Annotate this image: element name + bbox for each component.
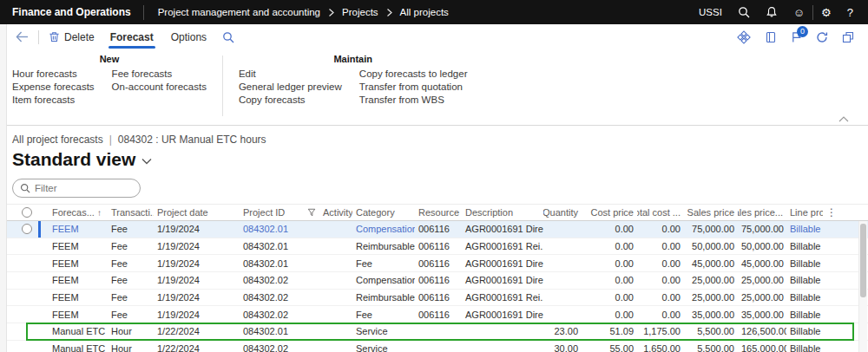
cell-date[interactable]: 1/19/2024 — [154, 292, 240, 303]
ribbon-item[interactable]: Item forecasts — [12, 95, 95, 105]
settings-button[interactable]: ⚙ — [813, 0, 839, 24]
table-row[interactable]: FEEMFee1/19/2024084302.01Compensation006… — [0, 221, 868, 238]
cell-category[interactable]: Service — [352, 343, 415, 352]
cell-totalCost[interactable]: 0.00 — [637, 224, 684, 234]
cell-quantity[interactable]: 30.00 — [543, 343, 582, 352]
cell-lineProp[interactable]: Billable — [786, 343, 823, 352]
cell-transaction[interactable]: Fee — [108, 224, 154, 234]
cell-resource[interactable]: 006116 — [415, 241, 462, 251]
cell-salesPrice2[interactable]: 25,000.00 — [738, 292, 786, 303]
column-header-lineProp[interactable]: Line prop — [786, 207, 823, 218]
cell-date[interactable]: 1/19/2024 — [154, 310, 240, 320]
column-header-costPrice[interactable]: Cost price — [582, 207, 637, 218]
cell-transaction[interactable]: Fee — [108, 241, 154, 251]
cell-costPrice[interactable]: 51.09 — [582, 326, 637, 336]
cell-description[interactable]: AGR0001691 Dire... — [462, 310, 543, 320]
column-header-transaction[interactable]: Transacti... — [108, 207, 154, 218]
cell-lineProp[interactable]: Billable — [786, 224, 823, 234]
view-name[interactable]: Standard view — [12, 149, 135, 170]
tab-forecast[interactable]: Forecast — [102, 24, 162, 49]
cell-description[interactable]: AGR0001691 Dire... — [462, 258, 543, 269]
row-selector-radio[interactable] — [22, 224, 32, 234]
cell-salesPrice2[interactable]: 75,000.00 — [738, 224, 786, 234]
cell-projectId[interactable]: 084302.02 — [240, 310, 319, 320]
cell-totalCost[interactable]: 0.00 — [637, 258, 684, 269]
breadcrumb-item[interactable]: Projects — [342, 7, 378, 17]
table-row[interactable]: Manual ETCHour1/22/2024084302.01Service2… — [0, 323, 868, 341]
table-row[interactable]: FEEMFee1/19/2024084302.02Compensation006… — [0, 272, 868, 290]
table-row[interactable]: FEEMFee1/19/2024084302.02Fee006116AGR000… — [0, 306, 868, 323]
cell-description[interactable]: AGR0001691 Dire... — [462, 275, 543, 285]
cell-totalCost[interactable]: 0.00 — [637, 310, 684, 320]
cell-costPrice[interactable]: 0.00 — [582, 258, 637, 269]
ribbon-item[interactable]: Fee forecasts — [112, 68, 207, 79]
cell-resource[interactable]: 006116 — [415, 224, 462, 234]
column-header-activity[interactable]: Activity ... — [319, 207, 352, 218]
cell-description[interactable]: AGR0001691 Rei... — [462, 241, 543, 251]
cell-resource[interactable]: 006116 — [415, 292, 462, 303]
cell-projectId[interactable]: 084302.02 — [240, 275, 319, 285]
cell-lineProp[interactable]: Billable — [786, 241, 823, 251]
cell-forecast[interactable]: Manual ETC — [49, 343, 108, 352]
tab-options[interactable]: Options — [162, 24, 215, 49]
chevron-down-icon[interactable] — [141, 158, 152, 165]
cell-salesPrice[interactable]: 35,000.00 — [684, 310, 738, 320]
column-header-resource[interactable]: Resource — [415, 207, 462, 218]
cell-salesPrice2[interactable]: 165,000.00 — [738, 343, 786, 352]
cell-totalCost[interactable]: 0.00 — [637, 275, 684, 285]
ribbon-collapse-button[interactable] — [838, 116, 849, 122]
select-all-radio[interactable] — [22, 207, 32, 218]
app-title[interactable]: Finance and Operations — [0, 6, 143, 18]
cell-date[interactable]: 1/19/2024 — [154, 224, 240, 234]
cell-forecast[interactable]: FEEM — [49, 241, 108, 251]
table-row[interactable]: FEEMFee1/19/2024084302.01Fee006116AGR000… — [0, 255, 868, 272]
cell-forecast[interactable]: Manual ETC — [49, 326, 108, 336]
cell-transaction[interactable]: Fee — [108, 275, 154, 285]
notifications-button[interactable] — [758, 0, 786, 24]
cell-forecast[interactable]: FEEM — [49, 258, 108, 269]
cell-transaction[interactable]: Fee — [108, 292, 154, 303]
ribbon-item[interactable]: Hour forecasts — [12, 68, 95, 79]
cell-date[interactable]: 1/22/2024 — [154, 343, 240, 352]
ribbon-item[interactable]: Copy forecasts — [239, 95, 342, 105]
cell-salesPrice2[interactable]: 126,500.00 — [738, 326, 786, 336]
table-row[interactable]: FEEMFee1/19/2024084302.02Reimbursables00… — [0, 290, 868, 307]
back-button[interactable] — [9, 24, 36, 49]
cell-salesPrice2[interactable]: 25,000.00 — [738, 275, 786, 285]
cell-category[interactable]: Fee — [352, 258, 415, 269]
breadcrumb-item[interactable]: All projects — [400, 7, 449, 17]
column-options-button[interactable]: ⋮ — [823, 206, 835, 218]
cell-costPrice[interactable]: 0.00 — [582, 275, 637, 285]
cell-projectId[interactable]: 084302.01 — [240, 241, 319, 251]
delete-button[interactable]: Delete — [42, 24, 102, 49]
column-header-totalCost[interactable]: Total cost ... — [637, 207, 684, 218]
cell-lineProp[interactable]: Billable — [786, 292, 823, 303]
cell-category[interactable]: Compensation — [352, 224, 415, 234]
ribbon-item[interactable]: General ledger preview — [239, 81, 342, 92]
column-header-salesPrice2[interactable]: Sales price... — [738, 207, 786, 218]
filter-input[interactable] — [35, 183, 133, 193]
cell-transaction[interactable]: Fee — [108, 310, 154, 320]
column-header-forecast[interactable]: Forecas...↑ — [49, 207, 108, 218]
cell-projectId[interactable]: 084302.01 — [240, 326, 319, 336]
cell-category[interactable]: Compensation — [352, 275, 415, 285]
cell-projectId[interactable]: 084302.02 — [240, 343, 319, 352]
table-row[interactable]: Manual ETCHour1/22/2024084302.02Service3… — [0, 341, 868, 352]
cell-resource[interactable]: 006116 — [415, 258, 462, 269]
cell-costPrice[interactable]: 0.00 — [582, 292, 637, 303]
cell-date[interactable]: 1/19/2024 — [154, 241, 240, 251]
cell-projectId[interactable]: 084302.01 — [240, 224, 319, 234]
company-picker[interactable]: USSI — [691, 0, 730, 24]
cell-transaction[interactable]: Fee — [108, 258, 154, 269]
column-header-quantity[interactable]: Quantity — [543, 207, 582, 218]
cell-resource[interactable]: 006116 — [415, 310, 462, 320]
breadcrumb-item[interactable]: Project management and accounting — [158, 7, 320, 17]
cell-lineProp[interactable]: Billable — [786, 326, 823, 336]
ribbon-item[interactable]: Copy forecasts to ledger — [359, 68, 468, 79]
column-header-description[interactable]: Description — [462, 207, 543, 218]
cell-category[interactable]: Service — [352, 326, 415, 336]
commandbar-search-button[interactable] — [215, 24, 241, 49]
ribbon-item[interactable]: Transfer from WBS — [359, 95, 468, 105]
cell-salesPrice[interactable]: 50,000.00 — [684, 241, 738, 251]
table-row[interactable]: FEEMFee1/19/2024084302.01Reimbursables00… — [0, 238, 868, 256]
